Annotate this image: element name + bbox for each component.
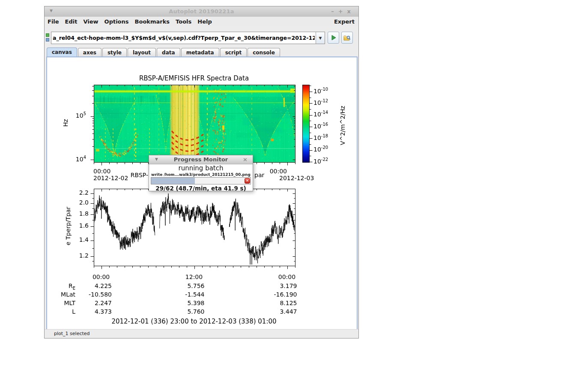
time-tick-label: 12:00 — [177, 273, 211, 280]
tperp-tpar-tick-label: 2.2 — [69, 189, 89, 196]
menu-bookmarks[interactable]: Bookmarks — [132, 18, 173, 25]
uri-input[interactable] — [51, 32, 316, 44]
annotation-value: 3.179 — [250, 282, 297, 289]
tab-canvas[interactable]: canvas — [47, 48, 77, 56]
annotation-value: 2.247 — [65, 300, 112, 306]
annotation-value: -10.580 — [65, 291, 112, 298]
uri-dropdown-button[interactable]: ▼ — [316, 32, 325, 44]
menu-file[interactable]: File — [45, 18, 62, 25]
tperp-tpar-tick-label: 2.0 — [69, 199, 89, 206]
hz-tick-label: 105 — [64, 112, 86, 119]
time-tick-label: 00:00 — [270, 273, 304, 280]
colorbar-tick-label: 10-22 — [313, 157, 328, 165]
colorbar-tick-label: 10-16 — [313, 122, 328, 130]
menu-bar: FileEditViewOptionsBookmarksToolsHelp Ex… — [45, 17, 358, 27]
menu-options[interactable]: Options — [101, 18, 132, 25]
time-tick-label: 00:00 — [84, 273, 118, 280]
hz-tick-label: 104 — [64, 155, 86, 163]
tperp-tpar-tick-label: 1.4 — [69, 236, 89, 243]
spectrogram-title: RBSP-A/EMFISIS HFR Spectra Data — [93, 74, 295, 82]
folder-search-icon — [343, 35, 351, 41]
colorbar-tick-label: 10-18 — [313, 134, 328, 141]
go-button[interactable] — [328, 32, 339, 44]
progress-detail-text: write /hom...walk3/product_20121215_00.p… — [149, 172, 253, 177]
menu-edit[interactable]: Edit — [62, 18, 81, 25]
maximize-icon[interactable]: + — [338, 8, 347, 15]
status-message: plot_1 selected — [54, 331, 90, 336]
tab-layout[interactable]: layout — [128, 48, 156, 56]
annotation-value: 3.447 — [250, 308, 297, 315]
stop-button[interactable]: × — [245, 178, 250, 184]
window-controls: –+x — [331, 8, 355, 15]
progress-monitor-dialog: ▼ Progress Monitor × running batch write… — [149, 155, 253, 191]
tperp-tpar-tick-label: 1.6 — [69, 222, 89, 229]
spectrogram-yaxis-label: Hz — [62, 119, 69, 127]
tab-bar: canvasaxesstylelayoutdatametadatascriptc… — [45, 48, 358, 56]
play-icon — [331, 35, 337, 41]
tab-script[interactable]: script — [220, 48, 247, 56]
plot-element-blue-icon[interactable] — [46, 38, 49, 42]
spectrogram-xtick-right-date: 2012-12-03 — [279, 175, 314, 181]
uri-combobox: ▼ — [51, 32, 325, 44]
progress-bar: × — [151, 177, 251, 184]
plot-canvas-area[interactable]: RBSP-A/EMFISIS HFR Spectra Data Hz 10510… — [47, 57, 357, 329]
menu-items: FileEditViewOptionsBookmarksToolsHelp — [45, 18, 215, 25]
minimize-icon[interactable]: – — [331, 8, 338, 15]
annotation-value: 4.373 — [65, 308, 112, 315]
plot-element-green-icon[interactable] — [46, 33, 49, 37]
colorbar-tick-label: 10-20 — [313, 146, 328, 153]
tab-style[interactable]: style — [102, 48, 127, 56]
close-icon[interactable]: x — [347, 8, 355, 15]
canvas-tab-panel: RBSP-A/EMFISIS HFR Spectra Data Hz 10510… — [46, 56, 358, 330]
progress-task-label: running batch — [149, 164, 253, 172]
annotation-value: 5.398 — [158, 300, 205, 306]
status-bar: plot_1 selected — [45, 329, 358, 338]
timeseries-title-fragment-left: RBSP- — [105, 172, 148, 178]
annotation-value: -16.190 — [250, 291, 297, 298]
colorbar-tick-label: 10-12 — [313, 98, 328, 106]
window-title: Autoplot 20190221a — [45, 8, 358, 15]
timeseries-title-fragment-right: par — [254, 172, 264, 178]
progress-count-text: 29/62 (48.7/min, eta 41.9 s) — [149, 185, 253, 192]
timerange-footer: 2012-12-01 (336) 23:00 to 2012-12-03 (33… — [93, 318, 295, 325]
tab-axes[interactable]: axes — [78, 48, 101, 56]
progress-bar-fill — [151, 178, 195, 184]
tab-data[interactable]: data — [157, 48, 180, 56]
inspect-uri-button[interactable] — [341, 32, 353, 44]
progress-dialog-titlebar[interactable]: ▼ Progress Monitor × — [149, 155, 253, 164]
autoplot-window: ▼ Autoplot 20190221a –+x FileEditViewOpt… — [44, 6, 359, 339]
annotation-value: 8.125 — [250, 300, 297, 306]
menu-help[interactable]: Help — [194, 18, 215, 25]
window-titlebar[interactable]: ▼ Autoplot 20190221a –+x — [45, 6, 358, 17]
colorbar-tick-label: 10-10 — [313, 87, 328, 95]
expert-mode-label[interactable]: Expert — [334, 18, 358, 25]
plot-element-icons — [46, 33, 50, 43]
colorbar-tick-label: 10-14 — [313, 110, 328, 118]
annotation-value: 5.760 — [158, 308, 205, 315]
dialog-close-icon[interactable]: × — [243, 156, 248, 163]
tperp-tpar-tick-label: 1.2 — [69, 252, 89, 259]
annotation-value: 4.225 — [65, 282, 112, 289]
colorbar-axis-label: V^2/m^2/Hz — [339, 106, 346, 145]
annotation-value: -1.544 — [158, 291, 205, 298]
address-toolbar: ▼ — [45, 26, 358, 48]
tab-metadata[interactable]: metadata — [181, 48, 219, 56]
menu-view[interactable]: View — [80, 18, 101, 25]
tperp-tpar-tick-label: 1.8 — [69, 210, 89, 217]
menu-tools[interactable]: Tools — [173, 18, 194, 25]
progress-dialog-title: Progress Monitor — [149, 156, 253, 163]
tab-console[interactable]: console — [248, 48, 280, 56]
annotation-value: 5.756 — [158, 282, 205, 289]
